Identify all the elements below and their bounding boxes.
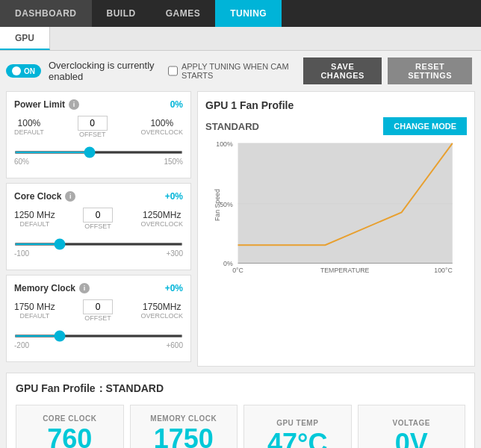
stat-gpu-temp: GPU TEMP 47°C <box>243 405 352 448</box>
power-limit-label: Power Limit i <box>14 99 79 110</box>
power-limit-overclock-val: 100% <box>150 118 173 128</box>
memory-clock-offset-col: Offset <box>83 299 113 322</box>
stat-memory-clock-label: MEMORY CLOCK <box>150 414 217 423</box>
power-limit-title-row: Power Limit i 0% <box>14 99 183 110</box>
reset-settings-button[interactable]: RESET SETTINGS <box>388 57 472 84</box>
stat-core-clock-label: Core Clock <box>43 414 96 423</box>
overclocking-toggle[interactable]: ON <box>6 64 41 78</box>
power-limit-slider[interactable] <box>14 151 183 154</box>
core-clock-offset-input[interactable] <box>83 208 113 223</box>
power-limit-slider-container: 60% 150% <box>14 141 183 170</box>
memory-clock-value: +0% <box>165 283 183 293</box>
core-clock-offset-label: Offset <box>84 223 111 230</box>
power-limit-offset-label: Offset <box>79 131 106 138</box>
svg-text:0°C: 0°C <box>232 267 243 274</box>
core-clock-label: Core Clock i <box>14 191 75 202</box>
content-row: Power Limit i 0% 100% DEFAULT Offset <box>6 91 475 367</box>
fan-mode-row: STANDARD CHANGE MODE <box>205 117 467 135</box>
core-clock-info-icon[interactable]: i <box>65 191 75 202</box>
power-limit-overclock-col: 100% OVERCLOCK <box>140 118 183 136</box>
toggle-circle <box>12 66 21 75</box>
fan-mode-label: STANDARD <box>205 121 259 132</box>
stats-row: Core Clock 760 MHZ MEMORY CLOCK 1750 MHZ… <box>16 405 465 448</box>
svg-text:100°C: 100°C <box>434 267 452 274</box>
apply-tuning-label[interactable]: APPLY TUNING WHEN CAM STARTS <box>168 62 297 80</box>
top-nav: DASHBOARD BUILD GAMES TUNING <box>0 0 481 27</box>
power-limit-min: 60% <box>14 158 29 166</box>
core-clock-default-col: 1250 MHz DEFAULT <box>14 210 55 228</box>
core-clock-values-row: 1250 MHz DEFAULT Offset 1250MHz OVERCLOC… <box>14 208 183 230</box>
memory-clock-overclock-val: 1750MHz <box>143 302 181 312</box>
core-clock-value: +0% <box>165 191 183 202</box>
memory-clock-min: -200 <box>14 341 29 349</box>
core-clock-overclock-label: OVERCLOCK <box>140 220 183 228</box>
fan-profile-title: GPU 1 Fan Profile <box>205 99 467 111</box>
memory-clock-overclock-label: OVERCLOCK <box>140 312 183 320</box>
stat-voltage: Voltage 0V <box>358 405 466 448</box>
stat-memory-clock-value: 1750 <box>154 426 214 448</box>
left-panel: Power Limit i 0% 100% DEFAULT Offset <box>6 91 191 367</box>
save-changes-button[interactable]: SAVE CHANGES <box>303 57 382 84</box>
svg-text:50%: 50% <box>220 201 233 208</box>
power-limit-offset-col: Offset <box>78 116 108 138</box>
core-clock-overclock-val: 1250MHz <box>143 210 181 220</box>
memory-clock-default-col: 1750 MHz DEFAULT <box>14 302 55 320</box>
status-text: Overclocking is currently enabled <box>49 60 165 82</box>
nav-games[interactable]: GAMES <box>151 0 216 27</box>
power-limit-default-label: DEFAULT <box>14 128 44 136</box>
main-content: ON Overclocking is currently enabled APP… <box>0 51 481 448</box>
tab-bar: GPU <box>0 27 481 51</box>
power-limit-overclock-label: OVERCLOCK <box>140 128 183 136</box>
bottom-title: GPU Fan Profile：STANDARD <box>16 382 465 396</box>
power-limit-info-icon[interactable]: i <box>69 99 79 110</box>
nav-build[interactable]: BUILD <box>92 0 151 27</box>
power-limit-max: 150% <box>164 158 183 166</box>
power-limit-section: Power Limit i 0% 100% DEFAULT Offset <box>6 91 191 178</box>
memory-clock-title-row: Memory Clock i +0% <box>14 283 183 293</box>
stat-core-clock: Core Clock 760 MHZ <box>16 405 124 448</box>
memory-clock-slider[interactable] <box>14 335 183 337</box>
nav-tuning[interactable]: TUNING <box>215 0 282 27</box>
apply-tuning-checkbox[interactable] <box>168 66 178 76</box>
svg-text:100%: 100% <box>216 140 233 148</box>
memory-clock-offset-input[interactable] <box>83 299 113 314</box>
core-clock-slider[interactable] <box>14 243 183 246</box>
memory-clock-offset-label: Offset <box>84 314 111 322</box>
memory-clock-slider-container: -200 +600 <box>14 325 183 354</box>
memory-clock-info-icon[interactable]: i <box>79 283 90 293</box>
core-clock-offset-col: Offset <box>83 208 113 230</box>
power-limit-values-row: 100% DEFAULT Offset 100% OVERCLOCK <box>14 116 183 138</box>
power-limit-offset-input[interactable] <box>78 116 108 131</box>
core-clock-limits: -100 +300 <box>14 249 183 258</box>
stat-voltage-value: 0V <box>395 430 428 449</box>
stat-gpu-temp-value: 47°C <box>267 430 327 449</box>
power-limit-default-col: 100% DEFAULT <box>14 118 44 136</box>
svg-text:Fan Speed: Fan Speed <box>214 189 221 221</box>
stat-core-clock-value: 760 <box>47 426 92 448</box>
apply-tuning-text: APPLY TUNING WHEN CAM STARTS <box>181 62 297 80</box>
stat-voltage-label: Voltage <box>393 419 430 427</box>
svg-text:0%: 0% <box>223 260 233 267</box>
power-limit-limits: 60% 150% <box>14 158 183 166</box>
core-clock-default-label: DEFAULT <box>19 220 49 228</box>
top-actions: APPLY TUNING WHEN CAM STARTS SAVE CHANGE… <box>165 57 475 84</box>
core-clock-section: Core Clock i +0% 1250 MHz DEFAULT Offset <box>6 183 191 270</box>
core-clock-slider-container: -100 +300 <box>14 233 183 262</box>
change-mode-button[interactable]: CHANGE MODE <box>383 117 467 135</box>
power-limit-default-val: 100% <box>18 118 41 128</box>
core-clock-min: -100 <box>14 249 29 258</box>
tab-gpu[interactable]: GPU <box>0 27 50 50</box>
memory-clock-default-val: 1750 MHz <box>14 302 55 312</box>
fan-chart-container: 100% 50% 0% 0°C TEMPERATURE 100°C Fan Sp… <box>205 140 467 278</box>
fan-chart: 100% 50% 0% 0°C TEMPERATURE 100°C Fan Sp… <box>205 140 467 278</box>
toggle-label: ON <box>24 67 35 75</box>
stat-gpu-temp-label: GPU TEMP <box>276 419 318 427</box>
memory-clock-limits: -200 +600 <box>14 341 183 349</box>
memory-clock-section: Memory Clock i +0% 1750 MHz DEFAULT Offs… <box>6 275 191 362</box>
core-clock-overclock-col: 1250MHz OVERCLOCK <box>140 210 183 228</box>
core-clock-max: +300 <box>166 249 183 258</box>
nav-dashboard[interactable]: DASHBOARD <box>0 0 92 27</box>
svg-text:TEMPERATURE: TEMPERATURE <box>320 267 370 274</box>
memory-clock-overclock-col: 1750MHz OVERCLOCK <box>140 302 183 320</box>
memory-clock-default-label: DEFAULT <box>19 312 49 320</box>
